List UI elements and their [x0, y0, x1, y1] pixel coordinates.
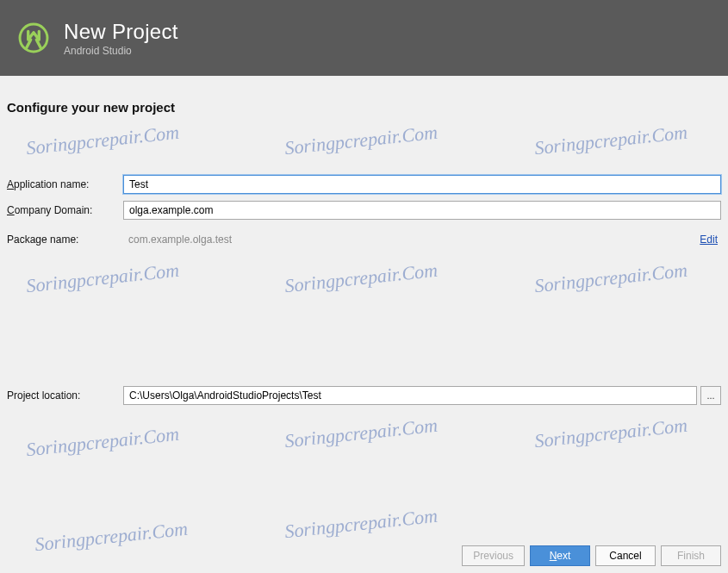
next-button[interactable]: Next: [530, 545, 590, 566]
wizard-header: New Project Android Studio: [0, 0, 728, 76]
wizard-title: New Project: [64, 20, 178, 44]
svg-point-0: [20, 24, 47, 52]
previous-button[interactable]: Previous: [462, 545, 525, 566]
watermark: Soringpcrepair.Com: [283, 505, 439, 543]
application-name-row: Application name:: [7, 175, 721, 194]
android-studio-logo-icon: [16, 20, 52, 56]
watermark: Soringpcrepair.Com: [25, 423, 180, 461]
watermark: Soringpcrepair.Com: [283, 414, 439, 452]
svg-line-1: [27, 40, 31, 48]
package-name-row: Package name: com.example.olga.test Edit: [7, 234, 721, 246]
project-location-input[interactable]: [123, 386, 697, 405]
project-location-row: Project location: ...: [7, 386, 721, 405]
package-name-value: com.example.olga.test: [123, 234, 232, 246]
edit-package-link[interactable]: Edit: [700, 234, 721, 246]
finish-button[interactable]: Finish: [661, 545, 721, 566]
watermark: Soringpcrepair.Com: [533, 414, 688, 452]
wizard-subtitle: Android Studio: [64, 45, 178, 57]
wizard-content: Configure your new project Application n…: [0, 76, 728, 405]
watermark: Soringpcrepair.Com: [34, 518, 189, 556]
section-title: Configure your new project: [7, 100, 721, 115]
company-domain-label: Company Domain:: [7, 204, 123, 216]
company-domain-input[interactable]: [123, 201, 721, 220]
company-domain-row: Company Domain:: [7, 201, 721, 220]
svg-line-2: [36, 40, 40, 48]
application-name-label: Application name:: [7, 178, 123, 190]
application-name-input[interactable]: [123, 175, 721, 194]
project-location-label: Project location:: [7, 389, 123, 402]
cancel-button[interactable]: Cancel: [595, 545, 656, 566]
wizard-footer: Previous Next Cancel Finish: [462, 545, 721, 566]
browse-location-button[interactable]: ...: [700, 386, 721, 405]
package-name-label: Package name:: [7, 234, 123, 246]
